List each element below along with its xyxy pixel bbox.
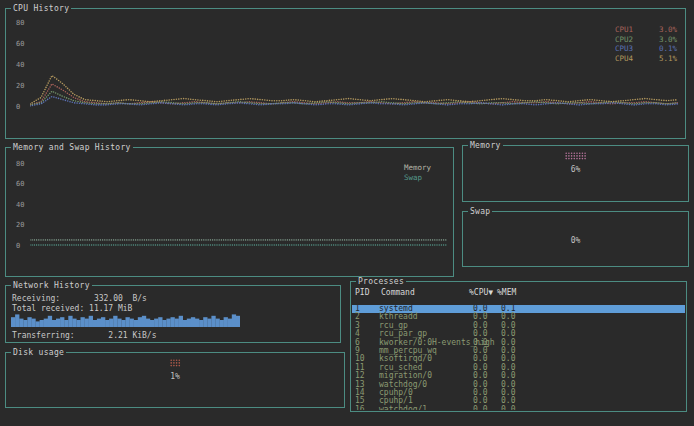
swap-usage-value: 0% — [463, 236, 688, 245]
system-monitor-screen: { "cpu_panel": { "title": "CPU History",… — [0, 0, 694, 426]
swap-gauge-panel: Swap 0% — [462, 211, 689, 267]
process-row[interactable]: 16watchdog/10.00.0 — [352, 406, 685, 410]
cpu-legend-label: CPU1 — [615, 25, 649, 34]
processes-title: Processes — [356, 277, 406, 286]
memory-swap-history-title: Memory and Swap History — [11, 143, 133, 152]
memory-swap-history-panel: Memory and Swap History 806040200 Memory… — [5, 147, 454, 277]
processes-panel: Processes PID Command %CPU▼ %MEM 1system… — [350, 281, 687, 412]
network-history-title: Network History — [11, 281, 92, 290]
cpu-legend-item: CPU13.0% — [615, 25, 677, 35]
y-tick-label: 40 — [16, 201, 24, 209]
memory-swap-history-chart — [30, 160, 448, 252]
y-tick-label: 0 — [16, 103, 20, 111]
disk-usage-panel: Disk usage 1% — [5, 352, 345, 408]
swap-gauge-title: Swap — [468, 207, 492, 216]
cpu-legend-item: CPU45.1% — [615, 54, 677, 64]
memory-gauge-panel: Memory 6% — [462, 145, 689, 202]
process-cell-pid: 16 — [355, 406, 365, 410]
column-header-cpu-sorted[interactable]: %CPU▼ — [469, 288, 493, 297]
y-tick-label: 60 — [16, 40, 24, 48]
column-header-pid[interactable]: PID — [355, 288, 369, 297]
memory-usage-value: 6% — [463, 165, 688, 174]
cpu-legend-value: 0.1% — [649, 44, 677, 53]
memswap-legend-label: Swap — [404, 173, 431, 183]
cpu-legend: CPU13.0%CPU23.0%CPU30.1%CPU45.1% — [615, 25, 677, 63]
memswap-legend-label: Memory — [404, 163, 431, 173]
disk-usage-dots — [170, 359, 181, 368]
cpu-history-title: CPU History — [11, 4, 71, 13]
y-tick-label: 80 — [16, 160, 24, 168]
memory-usage-dots — [565, 152, 587, 161]
cpu-legend-value: 3.0% — [649, 25, 677, 34]
y-tick-label: 20 — [16, 82, 24, 90]
cpu-legend-label: CPU3 — [615, 44, 649, 53]
y-tick-label: 40 — [16, 61, 24, 69]
cpu-legend-label: CPU2 — [615, 35, 649, 44]
process-cell-cpu: 0.0 — [473, 406, 487, 410]
network-receive-sparkline — [11, 313, 240, 327]
process-list: 1systemd0.00.12kthreadd0.00.03rcu_gp0.00… — [352, 305, 685, 410]
cpu-legend-item: CPU30.1% — [615, 44, 677, 54]
cpu-legend-item: CPU23.0% — [615, 35, 677, 45]
network-receiving-line: Receiving: 332.00 B/s — [12, 294, 147, 303]
cpu-history-chart — [30, 19, 680, 113]
network-total-received-line: Total received: 11.17 MiB — [12, 304, 132, 313]
y-tick-label: 0 — [16, 242, 20, 250]
cpu-legend-label: CPU4 — [615, 54, 649, 63]
y-tick-label: 80 — [16, 19, 24, 27]
process-cell-mem: 0.0 — [501, 406, 515, 410]
cpu-legend-value: 5.1% — [649, 54, 677, 63]
y-tick-label: 20 — [16, 221, 24, 229]
process-cell-cmd: watchdog/1 — [379, 406, 427, 410]
disk-usage-value: 1% — [6, 372, 344, 381]
column-header-command[interactable]: Command — [381, 288, 415, 297]
column-header-mem[interactable]: %MEM — [497, 288, 516, 297]
memory-gauge-title: Memory — [468, 141, 503, 150]
network-transferring-line: Transferring: 2.21 KiB/s — [12, 331, 157, 340]
network-history-panel: Network History Receiving: 332.00 B/s To… — [5, 285, 341, 343]
cpu-legend-value: 3.0% — [649, 35, 677, 44]
memory-swap-legend: MemorySwap — [404, 163, 431, 183]
disk-usage-title: Disk usage — [11, 348, 66, 357]
cpu-history-panel: CPU History 806040200 CPU13.0%CPU23.0%CP… — [5, 8, 686, 139]
y-tick-label: 60 — [16, 180, 24, 188]
